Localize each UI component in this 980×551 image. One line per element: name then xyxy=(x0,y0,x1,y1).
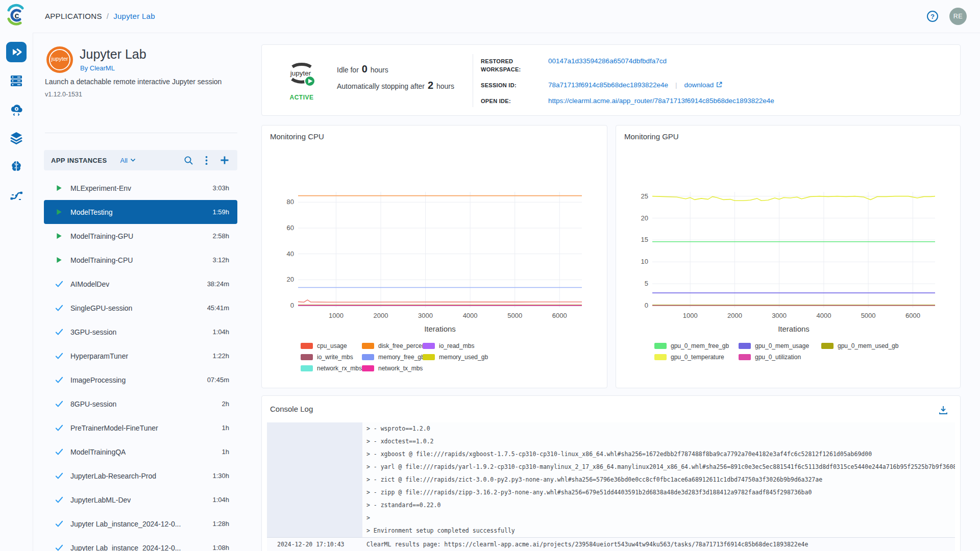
cpu-chart-plot[interactable]: 100020003000400050006000020406080Iterati… xyxy=(262,126,608,340)
legend-label: network_tx_mbs xyxy=(378,365,423,372)
idle-text: Idle for 0 hours xyxy=(337,63,388,75)
instance-name: ModelTrainingQA xyxy=(70,448,126,456)
check-icon xyxy=(55,448,63,456)
jupyter-app-icon-text: jupyter xyxy=(46,56,73,62)
instance-row[interactable]: 3GPU-session1:04h xyxy=(44,320,237,344)
legend-item[interactable]: gpu_0_utilization xyxy=(739,353,821,361)
session-id-value[interactable]: 78a71713f6914c85b68dec1893822e4e xyxy=(548,81,668,89)
open-ide-link[interactable]: https://clearml.acme.ai/app_router/78a71… xyxy=(548,97,774,105)
byline-link[interactable]: By ClearML xyxy=(80,64,115,72)
legend-label: network_rx_mbs xyxy=(317,365,362,372)
legend-label: gpu_0_mem_usage xyxy=(755,342,809,349)
instance-row[interactable]: 8GPU-session2h xyxy=(44,392,237,416)
instance-row[interactable]: HyperparamTuner1:22h xyxy=(44,344,237,368)
legend-item[interactable]: gpu_0_mem_usage xyxy=(739,342,821,349)
legend-label: gpu_0_mem_free_gb xyxy=(671,342,729,349)
play-icon xyxy=(55,184,63,192)
legend-item[interactable]: network_tx_mbs xyxy=(362,364,423,372)
check-icon xyxy=(55,352,63,360)
app-instances-list[interactable]: MLExperiment-Env3:03hModelTesting1:59hMo… xyxy=(44,176,237,551)
nav-applications-icon[interactable] xyxy=(6,42,27,62)
breadcrumb-applications[interactable]: APPLICATIONS xyxy=(45,12,102,20)
download-log-icon[interactable] xyxy=(938,405,949,416)
gpu-chart-plot[interactable]: 1000200030004000500060000510152025Iterat… xyxy=(616,126,961,340)
instance-name: 8GPU-session xyxy=(70,400,116,408)
instance-time: 3:12h xyxy=(212,256,229,264)
instance-row[interactable]: JupyterLabML-Dev1:04h xyxy=(44,488,237,512)
instance-time: 1:22h xyxy=(212,352,229,360)
session-card-divider xyxy=(473,54,473,107)
legend-item[interactable]: gpu_0_mem_used_gb xyxy=(821,342,898,349)
log-line: > - xdoctest==1.0.2 xyxy=(267,435,955,448)
legend-swatch xyxy=(821,343,834,349)
instance-row[interactable]: Jupyter Lab_instance_2024-12-0...1:08h xyxy=(44,536,237,551)
nav-pipelines-icon[interactable] xyxy=(6,185,27,205)
legend-item[interactable]: gpu_0_mem_free_gb xyxy=(654,342,739,349)
instance-row[interactable]: AIModelDev38:24m xyxy=(44,272,237,296)
instance-name: SingleGPU-session xyxy=(70,304,132,312)
svg-text:Iterations: Iterations xyxy=(424,324,456,333)
log-results-link[interactable]: ClearML results page: https://clearml-ap… xyxy=(366,538,808,551)
instance-time: 1h xyxy=(222,448,229,456)
help-icon[interactable]: ? xyxy=(926,10,939,23)
restored-workspace-value[interactable]: 00147a1d33594286a65074dbfbdfa7cd xyxy=(548,57,667,65)
log-line: > - zipp @ file:///rapids/zipp-3.16.2-py… xyxy=(267,486,955,499)
instance-row[interactable]: SingleGPU-session45:41m xyxy=(44,296,237,320)
legend-label: io_write_mbs xyxy=(317,354,353,361)
nav-autoscalers-icon[interactable] xyxy=(6,99,27,119)
legend-item[interactable]: io_write_mbs xyxy=(301,353,362,361)
nav-ai-brain-icon[interactable] xyxy=(6,156,27,177)
svg-text:2000: 2000 xyxy=(727,312,742,319)
instance-name: ModelTraining-CPU xyxy=(70,256,133,264)
open-ide-label: OPEN IDE: xyxy=(481,97,545,105)
instance-row[interactable]: ImageProcessing07:45m xyxy=(44,368,237,392)
instance-row[interactable]: ModelTesting1:59h xyxy=(44,200,237,224)
instance-row[interactable]: JupyterLab-Research-Prod1:30h xyxy=(44,464,237,488)
add-instance-button[interactable] xyxy=(219,155,230,165)
instance-time: 3:03h xyxy=(212,184,229,192)
instance-row[interactable]: ModelTraining-GPU2:58h xyxy=(44,224,237,248)
clearml-logo[interactable]: c xyxy=(5,4,28,27)
search-icon[interactable] xyxy=(184,156,193,165)
console-log-title: Console Log xyxy=(270,405,313,413)
log-line: > - wsproto==1.2.0 xyxy=(267,422,955,435)
legend-swatch xyxy=(739,343,751,349)
legend-item[interactable]: network_rx_mbs xyxy=(301,364,362,372)
legend-item[interactable]: disk_free_percent xyxy=(362,342,423,349)
check-icon xyxy=(55,520,63,528)
filter-value: All xyxy=(120,157,127,164)
instance-row[interactable]: ModelTrainingQA1h xyxy=(44,440,237,464)
legend-item[interactable]: cpu_usage xyxy=(301,342,362,349)
legend-item[interactable]: io_read_mbs xyxy=(423,342,488,349)
instance-row[interactable]: MLExperiment-Env3:03h xyxy=(44,176,237,200)
download-link[interactable]: download xyxy=(684,81,714,89)
instance-name: MLExperiment-Env xyxy=(70,184,131,192)
legend-item[interactable]: gpu_0_temperature xyxy=(654,353,739,361)
instance-name: JupyterLab-Research-Prod xyxy=(70,472,156,480)
legend-swatch xyxy=(654,354,667,360)
svg-text:2000: 2000 xyxy=(374,312,388,319)
console-log-area[interactable]: > - wsproto==1.2.0> - xdoctest==1.0.2> -… xyxy=(267,422,955,551)
nav-workers-queues-icon[interactable] xyxy=(6,70,27,91)
svg-text:0: 0 xyxy=(645,302,648,309)
legend-item[interactable]: memory_used_gb xyxy=(423,353,488,361)
instances-filter-dropdown[interactable]: All xyxy=(120,157,135,164)
instance-name: JupyterLabML-Dev xyxy=(70,496,131,504)
instance-time: 1:30h xyxy=(212,472,229,480)
legend-item[interactable]: memory_free_gb xyxy=(362,353,423,361)
check-icon xyxy=(55,496,63,504)
nav-datasets-icon[interactable] xyxy=(6,128,27,148)
legend-label: gpu_0_utilization xyxy=(755,354,801,361)
check-icon xyxy=(55,328,63,336)
idle-hours-value: 0 xyxy=(361,63,369,74)
instance-time: 1:08h xyxy=(212,544,229,551)
breadcrumb-current[interactable]: Jupyter Lab xyxy=(113,12,155,20)
instance-row[interactable]: Jupyter Lab_instance_2024-12-0...1:28h xyxy=(44,512,237,536)
kebab-menu-icon[interactable] xyxy=(205,156,208,165)
instance-time: 1:04h xyxy=(212,496,229,504)
instance-row[interactable]: PreTrainerModel-FineTuner1h xyxy=(44,416,237,440)
jupyter-app-icon: jupyter xyxy=(46,46,73,73)
legend-label: io_read_mbs xyxy=(439,342,474,349)
instance-row[interactable]: ModelTraining-CPU3:12h xyxy=(44,248,237,272)
user-avatar[interactable]: RE xyxy=(949,8,967,25)
